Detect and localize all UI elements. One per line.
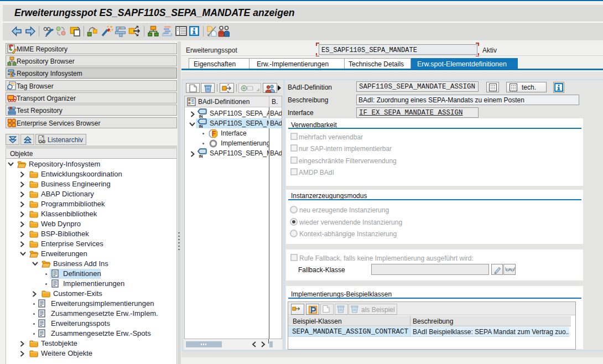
svg-text:F: F bbox=[212, 130, 216, 138]
